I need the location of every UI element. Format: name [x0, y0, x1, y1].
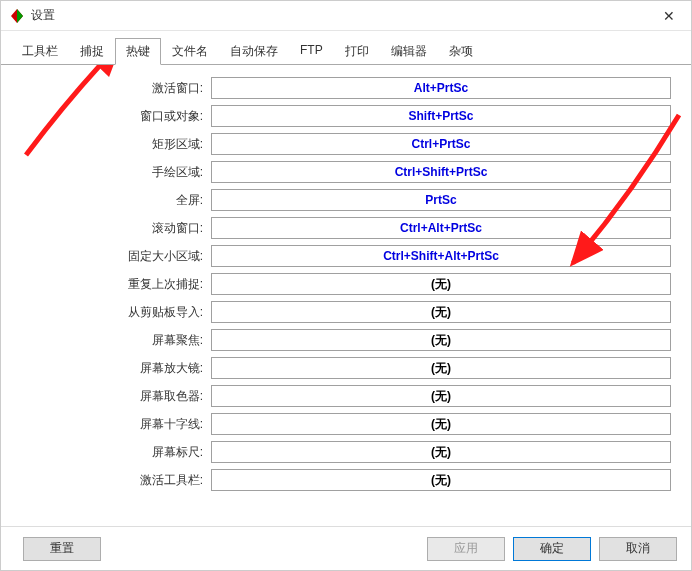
- hotkey-value: (无): [431, 444, 451, 461]
- hotkey-label: 全屏:: [21, 192, 211, 209]
- hotkey-input[interactable]: Shift+PrtSc: [211, 105, 671, 127]
- hotkey-value: Shift+PrtSc: [408, 109, 473, 123]
- hotkey-label: 滚动窗口:: [21, 220, 211, 237]
- hotkey-value: (无): [431, 388, 451, 405]
- hotkey-value: (无): [431, 332, 451, 349]
- tab-2[interactable]: 热键: [115, 38, 161, 65]
- tab-panel-hotkeys: 激活窗口:Alt+PrtSc窗口或对象:Shift+PrtSc矩形区域:Ctrl…: [1, 65, 691, 537]
- hotkey-label: 屏幕标尺:: [21, 444, 211, 461]
- hotkey-input[interactable]: Ctrl+Shift+PrtSc: [211, 161, 671, 183]
- hotkey-input[interactable]: (无): [211, 413, 671, 435]
- hotkey-value: PrtSc: [425, 193, 456, 207]
- hotkey-label: 固定大小区域:: [21, 248, 211, 265]
- tab-8[interactable]: 杂项: [438, 38, 484, 65]
- hotkey-row: 屏幕取色器:(无): [21, 385, 671, 407]
- hotkey-row: 固定大小区域:Ctrl+Shift+Alt+PrtSc: [21, 245, 671, 267]
- hotkey-value: (无): [431, 472, 451, 489]
- title-bar: 设置 ✕: [1, 1, 691, 31]
- window-title: 设置: [31, 7, 55, 24]
- hotkey-input[interactable]: Ctrl+PrtSc: [211, 133, 671, 155]
- hotkey-row: 全屏:PrtSc: [21, 189, 671, 211]
- hotkey-row: 滚动窗口:Ctrl+Alt+PrtSc: [21, 217, 671, 239]
- hotkey-input[interactable]: (无): [211, 469, 671, 491]
- hotkey-row: 屏幕放大镜:(无): [21, 357, 671, 379]
- hotkey-input[interactable]: Ctrl+Shift+Alt+PrtSc: [211, 245, 671, 267]
- hotkey-value: Alt+PrtSc: [414, 81, 468, 95]
- hotkey-value: (无): [431, 416, 451, 433]
- tab-5[interactable]: FTP: [289, 38, 334, 65]
- hotkey-label: 从剪贴板导入:: [21, 304, 211, 321]
- hotkey-input[interactable]: (无): [211, 329, 671, 351]
- tab-1[interactable]: 捕捉: [69, 38, 115, 65]
- hotkey-row: 激活工具栏:(无): [21, 469, 671, 491]
- tab-strip: 工具栏捕捉热键文件名自动保存FTP打印编辑器杂项: [1, 31, 691, 65]
- hotkey-row: 矩形区域:Ctrl+PrtSc: [21, 133, 671, 155]
- hotkey-label: 屏幕放大镜:: [21, 360, 211, 377]
- hotkey-label: 激活工具栏:: [21, 472, 211, 489]
- hotkey-value: (无): [431, 360, 451, 377]
- apply-button[interactable]: 应用: [427, 537, 505, 561]
- hotkey-row: 从剪贴板导入:(无): [21, 301, 671, 323]
- hotkey-input[interactable]: (无): [211, 357, 671, 379]
- tab-0[interactable]: 工具栏: [11, 38, 69, 65]
- tab-7[interactable]: 编辑器: [380, 38, 438, 65]
- hotkey-input[interactable]: (无): [211, 301, 671, 323]
- hotkey-row: 屏幕十字线:(无): [21, 413, 671, 435]
- app-icon: [9, 8, 25, 24]
- hotkey-label: 手绘区域:: [21, 164, 211, 181]
- hotkey-label: 重复上次捕捉:: [21, 276, 211, 293]
- hotkey-input[interactable]: Alt+PrtSc: [211, 77, 671, 99]
- hotkey-label: 屏幕十字线:: [21, 416, 211, 433]
- cancel-button[interactable]: 取消: [599, 537, 677, 561]
- ok-button[interactable]: 确定: [513, 537, 591, 561]
- hotkey-input[interactable]: (无): [211, 273, 671, 295]
- tab-3[interactable]: 文件名: [161, 38, 219, 65]
- hotkey-label: 屏幕聚焦:: [21, 332, 211, 349]
- hotkey-row: 激活窗口:Alt+PrtSc: [21, 77, 671, 99]
- hotkey-value: Ctrl+Shift+PrtSc: [395, 165, 488, 179]
- hotkey-input[interactable]: (无): [211, 385, 671, 407]
- dialog-footer: 重置 应用 确定 取消: [1, 526, 691, 570]
- hotkey-row: 窗口或对象:Shift+PrtSc: [21, 105, 671, 127]
- hotkey-value: (无): [431, 304, 451, 321]
- hotkey-label: 窗口或对象:: [21, 108, 211, 125]
- reset-button[interactable]: 重置: [23, 537, 101, 561]
- tab-6[interactable]: 打印: [334, 38, 380, 65]
- hotkey-input[interactable]: (无): [211, 441, 671, 463]
- hotkey-label: 屏幕取色器:: [21, 388, 211, 405]
- close-icon: ✕: [663, 8, 675, 24]
- hotkey-row: 手绘区域:Ctrl+Shift+PrtSc: [21, 161, 671, 183]
- hotkey-label: 激活窗口:: [21, 80, 211, 97]
- hotkey-row: 屏幕聚焦:(无): [21, 329, 671, 351]
- hotkey-value: (无): [431, 276, 451, 293]
- hotkey-row: 屏幕标尺:(无): [21, 441, 671, 463]
- hotkey-input[interactable]: PrtSc: [211, 189, 671, 211]
- close-button[interactable]: ✕: [646, 1, 691, 31]
- hotkey-label: 矩形区域:: [21, 136, 211, 153]
- hotkey-value: Ctrl+PrtSc: [411, 137, 470, 151]
- tab-4[interactable]: 自动保存: [219, 38, 289, 65]
- hotkey-value: Ctrl+Shift+Alt+PrtSc: [383, 249, 499, 263]
- hotkey-row: 重复上次捕捉:(无): [21, 273, 671, 295]
- hotkey-input[interactable]: Ctrl+Alt+PrtSc: [211, 217, 671, 239]
- hotkey-value: Ctrl+Alt+PrtSc: [400, 221, 482, 235]
